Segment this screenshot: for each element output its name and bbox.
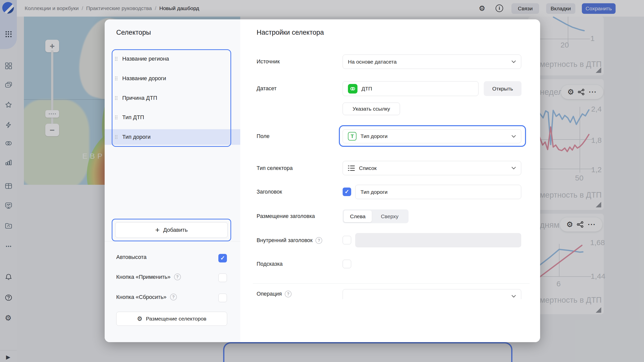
dataset-icon — [348, 84, 357, 94]
apply-button-label: Кнопка «Применить» ? — [116, 274, 181, 280]
drag-handle-icon[interactable] — [115, 57, 118, 61]
selector-item-label: Название региона — [122, 56, 169, 62]
drag-handle-icon[interactable] — [115, 115, 118, 120]
title-checkbox[interactable]: ✓ — [343, 188, 351, 196]
selector-item[interactable]: Причина ДТП — [115, 93, 230, 103]
selector-item-label: Причина ДТП — [122, 95, 157, 101]
apply-button-checkbox[interactable] — [218, 274, 227, 282]
drag-handle-icon[interactable] — [115, 76, 118, 81]
selectors-placement-button[interactable]: ⚙ Размещение селекторов — [116, 312, 227, 326]
autoheight-label: Автовысота — [116, 254, 147, 260]
field-select[interactable]: T Тип дороги — [343, 129, 521, 143]
selector-item-label: Тип ДТП — [122, 114, 144, 121]
source-label: Источник — [257, 59, 280, 65]
question-icon[interactable]: ? — [285, 291, 292, 297]
settings-panel-title: Настройки селектора — [257, 29, 324, 36]
dataset-label: Датасет — [257, 85, 276, 92]
autoheight-checkbox[interactable]: ✓ — [218, 254, 227, 262]
selectors-panel-title: Селекторы — [116, 29, 151, 36]
list-icon — [348, 165, 355, 171]
field-label: Поле — [257, 133, 269, 140]
selector-item-label: Тип дороги — [122, 134, 151, 140]
gear-icon: ⚙ — [137, 316, 143, 322]
question-icon[interactable]: ? — [174, 274, 181, 280]
title-placement-label: Размещение заголовка — [257, 213, 315, 219]
selector-item[interactable]: Тип ДТП — [115, 112, 230, 122]
reset-button-checkbox[interactable] — [218, 294, 227, 302]
operation-label: Операция ? — [257, 291, 292, 297]
selector-type-label: Тип селектора — [257, 165, 293, 171]
selectors-panel: Селекторы Название региона Название доро… — [105, 19, 240, 342]
placement-option-left[interactable]: Слева — [344, 210, 372, 222]
selector-item[interactable]: Название региона — [115, 54, 230, 64]
operation-row-clipped: Операция ? — [240, 284, 540, 299]
inner-title-checkbox[interactable] — [343, 236, 351, 244]
app: Коллекции и воркбуки / Практические руко… — [0, 0, 644, 362]
title-input[interactable]: Тип дороги — [355, 185, 521, 199]
operation-select[interactable] — [343, 289, 521, 299]
check-icon: ✓ — [220, 255, 225, 261]
title-label: Заголовок — [257, 189, 282, 195]
chevron-down-icon — [511, 60, 516, 63]
chevron-down-icon — [511, 167, 516, 169]
selector-item-selected[interactable]: Тип дороги — [115, 132, 230, 142]
specify-link-button[interactable]: Указать ссылку — [343, 103, 400, 115]
title-placement-segmented: Слева Сверху — [343, 209, 409, 223]
question-icon[interactable]: ? — [315, 237, 322, 244]
inner-title-label: Внутренний заголовок ? — [257, 237, 322, 244]
hint-label: Подсказка — [257, 261, 283, 267]
drag-handle-icon[interactable] — [115, 135, 118, 139]
selector-settings-panel: Настройки селектора ✕ Источник На основе… — [240, 19, 540, 342]
chevron-down-icon — [511, 295, 516, 298]
add-selector-button[interactable]: + Добавить — [115, 222, 228, 238]
question-icon[interactable]: ? — [170, 294, 177, 300]
hint-checkbox[interactable] — [343, 260, 351, 268]
reset-button-label: Кнопка «Сбросить» ? — [116, 294, 177, 300]
plus-icon: + — [155, 226, 160, 234]
inner-title-input-disabled — [355, 233, 521, 247]
selector-settings-modal: Селекторы Название региона Название доро… — [105, 19, 540, 342]
open-dataset-button[interactable]: Открыть — [484, 81, 521, 96]
string-type-icon: T — [348, 132, 356, 141]
selector-item[interactable]: Название дороги — [115, 73, 230, 83]
check-icon: ✓ — [345, 189, 349, 195]
chevron-down-icon — [511, 135, 516, 138]
dataset-field[interactable]: ДТП — [343, 81, 478, 96]
source-select[interactable]: На основе датасета — [343, 55, 521, 69]
drag-handle-icon[interactable] — [115, 96, 118, 100]
placement-option-top[interactable]: Сверху — [372, 213, 408, 219]
selector-item-label: Название дороги — [122, 75, 166, 82]
selector-type-select[interactable]: Список — [343, 161, 521, 175]
